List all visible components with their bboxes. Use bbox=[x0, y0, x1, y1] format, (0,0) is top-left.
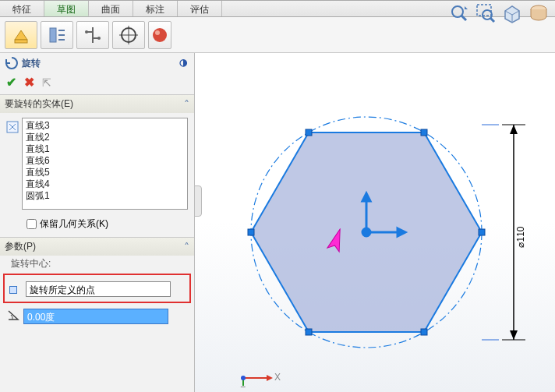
view-toolbar bbox=[449, 3, 549, 26]
svg-text:⌀110: ⌀110 bbox=[515, 226, 526, 247]
tab-sketch[interactable]: 草图 bbox=[44, 1, 89, 16]
svg-rect-29 bbox=[479, 229, 485, 235]
svg-rect-27 bbox=[306, 129, 312, 136]
svg-marker-37 bbox=[327, 228, 346, 252]
list-item[interactable]: 圆弧1 bbox=[26, 190, 184, 202]
chevron-up-icon: ˄ bbox=[184, 98, 189, 111]
svg-rect-6 bbox=[15, 40, 27, 43]
svg-rect-31 bbox=[306, 329, 312, 335]
feature-title: 旋转 bbox=[22, 57, 41, 70]
svg-rect-30 bbox=[421, 329, 427, 335]
entities-listbox[interactable]: 直线3 直线2 直线1 直线6 直线5 直线4 圆弧1 bbox=[22, 118, 188, 210]
dimxpert-tab-icon[interactable] bbox=[112, 21, 145, 49]
point-selector-icon[interactable] bbox=[9, 286, 17, 294]
diameter-dimension[interactable]: ⌀110 bbox=[494, 100, 533, 365]
tab-annotate[interactable]: 标注 bbox=[133, 1, 178, 16]
keep-relations-checkbox[interactable] bbox=[27, 219, 37, 229]
list-item[interactable]: 直线6 bbox=[26, 155, 184, 167]
params-group-label: 参数(P) bbox=[5, 240, 36, 253]
svg-point-48 bbox=[241, 376, 246, 380]
zoom-fit-icon[interactable] bbox=[449, 3, 469, 26]
svg-rect-28 bbox=[421, 129, 427, 136]
cursor-indicator-icon bbox=[320, 228, 351, 267]
angle-input[interactable]: 0.00度 bbox=[23, 309, 168, 324]
featuremgr-tab-icon[interactable] bbox=[5, 21, 37, 49]
feature-header: 旋转 bbox=[0, 53, 194, 73]
svg-point-15 bbox=[97, 37, 101, 40]
display-style-icon[interactable] bbox=[528, 3, 549, 26]
ok-icon[interactable]: ✔ bbox=[6, 75, 16, 90]
list-item[interactable]: 直线2 bbox=[26, 132, 184, 143]
rotation-center-input[interactable]: 旋转所定义的点 bbox=[26, 281, 171, 297]
coordinate-triad-icon: X Z bbox=[235, 356, 282, 387]
property-panel: 旋转 ✔ ✖ ⇱ 要旋转的实体(E) ˄ 直线3 直线2 直线1 直线6 bbox=[0, 53, 195, 392]
rotation-center-label: 旋转中心: bbox=[0, 256, 194, 272]
svg-marker-39 bbox=[510, 125, 518, 134]
svg-marker-40 bbox=[510, 330, 518, 340]
svg-point-14 bbox=[85, 30, 88, 34]
svg-point-19 bbox=[153, 28, 167, 42]
sketch-hexagon bbox=[218, 100, 499, 365]
params-group-header[interactable]: 参数(P) ˄ bbox=[0, 238, 194, 256]
graphics-viewport[interactable]: ⌀110 X Z bbox=[195, 53, 555, 392]
svg-line-4 bbox=[490, 18, 494, 22]
selection-list-icon bbox=[6, 121, 19, 136]
svg-line-1 bbox=[461, 16, 466, 20]
entities-group-header[interactable]: 要旋转的实体(E) ˄ bbox=[0, 95, 194, 113]
zoom-area-icon[interactable] bbox=[475, 3, 496, 26]
list-item[interactable]: 直线3 bbox=[26, 120, 184, 132]
svg-point-36 bbox=[362, 228, 370, 236]
keep-relations-label: 保留几何关系(K) bbox=[40, 217, 108, 231]
svg-marker-45 bbox=[267, 375, 273, 381]
chevron-up-icon: ˄ bbox=[184, 241, 189, 253]
display-tab-icon[interactable] bbox=[148, 21, 171, 49]
svg-point-0 bbox=[452, 6, 463, 17]
svg-rect-26 bbox=[248, 229, 254, 235]
cancel-icon[interactable]: ✖ bbox=[24, 75, 34, 90]
highlighted-input-area: 旋转所定义的点 bbox=[3, 274, 191, 303]
view-orientation-icon[interactable] bbox=[502, 3, 522, 26]
help-icon[interactable]: ◑ bbox=[175, 55, 192, 72]
list-item[interactable]: 直线1 bbox=[26, 143, 184, 155]
tab-evaluate[interactable]: 评估 bbox=[178, 1, 222, 16]
pushpin-icon[interactable]: ⇱ bbox=[42, 76, 51, 89]
angle-icon bbox=[6, 308, 20, 324]
svg-text:Z: Z bbox=[240, 385, 246, 387]
tab-surfaces[interactable]: 曲面 bbox=[89, 1, 133, 16]
propertymgr-tab-icon[interactable] bbox=[41, 21, 73, 49]
list-item[interactable]: 直线5 bbox=[26, 167, 184, 178]
svg-text:X: X bbox=[274, 372, 281, 383]
rotate-feature-icon bbox=[5, 56, 19, 70]
panel-collapse-handle[interactable] bbox=[194, 185, 202, 217]
list-item[interactable]: 直线4 bbox=[26, 178, 184, 190]
tab-features[interactable]: 特征 bbox=[0, 1, 44, 16]
configmgr-tab-icon[interactable] bbox=[76, 21, 109, 49]
svg-point-20 bbox=[155, 30, 160, 35]
svg-rect-7 bbox=[50, 28, 56, 42]
entities-group-label: 要旋转的实体(E) bbox=[5, 97, 73, 111]
